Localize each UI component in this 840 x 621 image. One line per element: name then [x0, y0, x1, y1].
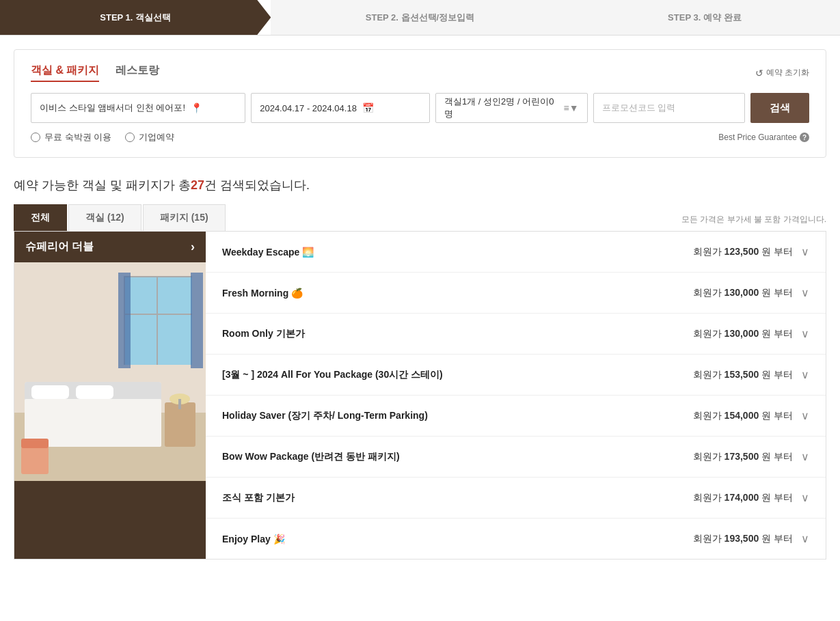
tabs-row: 객실 & 패키지 레스토랑 예약 초기화: [31, 64, 809, 82]
room-type-header[interactable]: 슈페리어 더블 ›: [14, 232, 206, 262]
package-price: 회원가 130,000 원 부터: [693, 328, 793, 340]
chevron-down-icon: ∨: [801, 532, 809, 545]
price-number: 173,500: [724, 451, 759, 462]
best-price-label: Best Price Guarantee: [718, 133, 797, 142]
package-name: Fresh Morning 🍊: [222, 288, 303, 299]
package-right: 회원가 123,500 원 부터 ∨: [693, 245, 809, 258]
guest-field[interactable]: 객실1개 / 성인2명 / 어린이0명 ≡▼: [435, 93, 588, 123]
package-price: 회원가 173,500 원 부터: [693, 451, 793, 463]
chevron-down-icon: ∨: [801, 368, 809, 381]
hotel-value: 이비스 스타일 앰배서더 인천 에어포!: [40, 102, 185, 114]
step-2[interactable]: STEP 2. 옵션선택/정보입력: [271, 0, 555, 35]
package-name: 조식 포함 기본가: [222, 492, 295, 504]
package-name: Holiday Saver (장기 주차/ Long-Term Parking): [222, 410, 428, 422]
room-image: [14, 262, 206, 481]
search-button[interactable]: 검색: [750, 93, 809, 123]
promo-field[interactable]: 프로모션코드 입력: [593, 93, 746, 123]
results-number: 27: [191, 178, 204, 192]
package-price: 회원가 123,500 원 부터: [693, 246, 793, 258]
step-3-label: STEP 3. 예약 완료: [668, 12, 741, 24]
chevron-down-icon: ∨: [801, 409, 809, 422]
package-row[interactable]: Room Only 기본가 회원가 130,000 원 부터 ∨: [206, 314, 826, 355]
filter-tabs-left: 전체 객실 (12) 패키지 (15): [14, 204, 227, 231]
free-stay-label: 무료 숙박권 이용: [44, 131, 111, 143]
room-type-label: 슈페리어 더블: [25, 240, 94, 254]
best-price-badge-icon: ?: [800, 133, 809, 142]
package-price: 회원가 193,500 원 부터: [693, 533, 793, 545]
filter-tabs: 전체 객실 (12) 패키지 (15) 모든 가격은 부가세 불 포함 가격입니…: [14, 204, 826, 232]
tab-restaurant[interactable]: 레스토랑: [116, 64, 159, 82]
package-row[interactable]: [3월 ~ ] 2024 All For You Package (30시간 스…: [206, 355, 826, 396]
options-left: 무료 숙박권 이용 기업예약: [31, 131, 174, 143]
corporate-label: 기업예약: [139, 131, 174, 143]
price-number: 130,000: [724, 287, 759, 298]
package-row[interactable]: Bow Wow Package (반려견 동반 패키지) 회원가 173,500…: [206, 437, 826, 478]
svg-rect-18: [21, 447, 49, 474]
price-number: 154,000: [724, 410, 759, 421]
date-value: 2024.04.17 - 2024.04.18: [260, 103, 357, 113]
package-name: [3월 ~ ] 2024 All For You Package (30시간 스…: [222, 369, 443, 381]
package-right: 회원가 130,000 원 부터 ∨: [693, 327, 809, 340]
corporate-option[interactable]: 기업예약: [125, 131, 174, 143]
main-container: 객실 & 패키지 레스토랑 예약 초기화 이비스 스타일 앰배서더 인천 에어포…: [0, 36, 840, 560]
step-1[interactable]: STEP 1. 객실선택: [0, 0, 271, 35]
package-name: Bow Wow Package (반려견 동반 패키지): [222, 451, 400, 463]
tab-rooms-packages[interactable]: 객실 & 패키지: [31, 64, 99, 82]
results-count: 예약 가능한 객실 및 패키지가 총27건 검색되었습니다.: [14, 177, 826, 193]
price-number: 193,500: [724, 533, 759, 544]
free-stay-radio[interactable]: [31, 133, 40, 142]
svg-rect-17: [178, 399, 181, 409]
package-row[interactable]: Fresh Morning 🍊 회원가 130,000 원 부터 ∨: [206, 273, 826, 314]
package-right: 회원가 193,500 원 부터 ∨: [693, 532, 809, 545]
price-number: 123,500: [724, 246, 759, 257]
filter-tab-all[interactable]: 전체: [14, 204, 67, 231]
package-name: Enjoy Play 🎉: [222, 534, 285, 544]
filter-tab-packages[interactable]: 패키지 (15): [143, 204, 226, 231]
step-3[interactable]: STEP 3. 예약 완료: [556, 0, 840, 35]
package-name: Weekday Escape 🌅: [222, 247, 314, 258]
reset-button[interactable]: 예약 초기화: [755, 67, 809, 79]
chevron-down-icon: ∨: [801, 245, 809, 258]
step-1-label: STEP 1. 객실선택: [100, 12, 171, 24]
calendar-icon: 📅: [362, 102, 374, 113]
package-right: 회원가 153,500 원 부터 ∨: [693, 368, 809, 381]
hotel-field[interactable]: 이비스 스타일 앰배서더 인천 에어포! 📍: [31, 93, 245, 123]
price-number: 130,000: [724, 328, 759, 339]
package-name: Room Only 기본가: [222, 328, 305, 340]
package-price: 회원가 154,000 원 부터: [693, 410, 793, 422]
room-section: 슈페리어 더블 ›: [14, 232, 826, 560]
free-stay-option[interactable]: 무료 숙박권 이용: [31, 131, 111, 143]
price-number: 153,500: [724, 369, 759, 380]
package-price: 회원가 130,000 원 부터: [693, 287, 793, 299]
price-note: 모든 가격은 부가세 불 포함 가격입니다.: [681, 214, 826, 231]
results-suffix: 건 검색되었습니다.: [204, 178, 310, 192]
step-2-label: STEP 2. 옵션선택/정보입력: [366, 12, 474, 24]
filter-tab-rooms[interactable]: 객실 (12): [68, 204, 141, 231]
corporate-radio[interactable]: [125, 133, 135, 142]
best-price-guarantee: Best Price Guarantee ?: [718, 133, 809, 142]
package-row[interactable]: 조식 포함 기본가 회원가 174,000 원 부터 ∨: [206, 478, 826, 519]
package-right: 회원가 130,000 원 부터 ∨: [693, 286, 809, 299]
results-prefix: 예약 가능한 객실 및 패키지가 총: [14, 178, 191, 192]
package-right: 회원가 174,000 원 부터 ∨: [693, 491, 809, 504]
step-bar: STEP 1. 객실선택 STEP 2. 옵션선택/정보입력 STEP 3. 예…: [0, 0, 840, 36]
package-row[interactable]: Enjoy Play 🎉 회원가 193,500 원 부터 ∨: [206, 519, 826, 559]
guest-value: 객실1개 / 성인2명 / 어린이0명: [444, 96, 558, 120]
svg-rect-8: [118, 273, 131, 368]
chevron-down-icon: ∨: [801, 327, 809, 340]
package-price: 회원가 153,500 원 부터: [693, 369, 793, 381]
svg-rect-7: [124, 314, 192, 315]
package-row[interactable]: Holiday Saver (장기 주차/ Long-Term Parking)…: [206, 396, 826, 437]
svg-rect-9: [191, 273, 203, 368]
package-row[interactable]: Weekday Escape 🌅 회원가 123,500 원 부터 ∨: [206, 232, 826, 273]
search-row: 이비스 스타일 앰배서더 인천 에어포! 📍 2024.04.17 - 2024…: [31, 93, 809, 123]
room-right-panel: Weekday Escape 🌅 회원가 123,500 원 부터 ∨ Fres…: [206, 232, 826, 559]
svg-rect-12: [31, 385, 69, 399]
chevron-down-icon: ∨: [801, 286, 809, 299]
room-expand-icon: ›: [191, 240, 195, 254]
date-field[interactable]: 2024.04.17 - 2024.04.18 📅: [251, 93, 430, 123]
promo-placeholder: 프로모션코드 입력: [602, 102, 676, 114]
package-price: 회원가 174,000 원 부터: [693, 492, 793, 504]
chevron-down-icon: ∨: [801, 450, 809, 463]
chevron-down-icon: ∨: [801, 491, 809, 504]
